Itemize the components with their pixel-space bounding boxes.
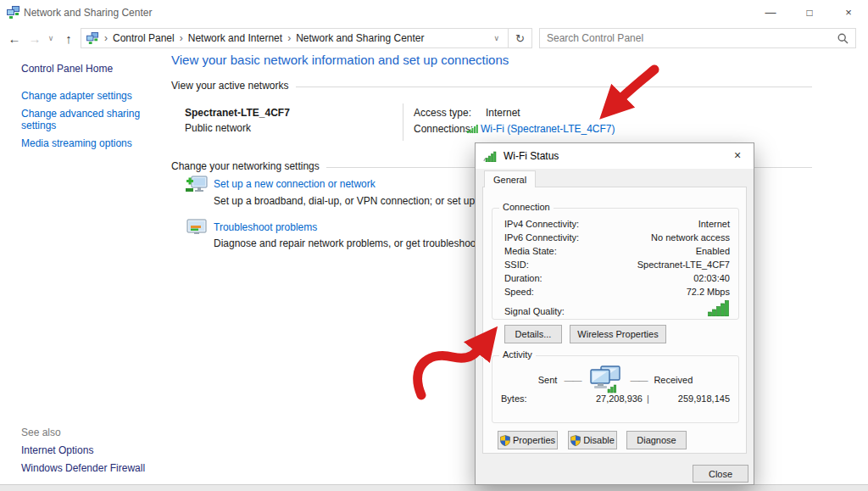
received-label: Received [654,375,693,385]
row-ssid: SSID:Spectranet-LTE_4CF7 [504,258,730,271]
network-type: Public network [185,122,251,134]
minimize-button[interactable]: — [751,0,790,25]
sidebar-item-change-adapter-settings[interactable]: Change adapter settings [21,90,157,102]
properties-button-label: Properties [513,435,555,445]
forward-button[interactable]: → [25,28,44,48]
close-dialog-button-label: Close [709,469,732,479]
up-button[interactable]: ↑ [59,28,78,48]
window-titlebar: Network and Sharing Center — □ × [0,0,868,25]
row-value: Spectranet-LTE_4CF7 [637,258,730,271]
flow-dash: —— [630,375,647,385]
setup-connection-icon [185,175,209,195]
breadcrumb-item-control-panel[interactable]: Control Panel [113,32,175,44]
search-input[interactable]: Search Control Panel [539,28,856,48]
row-value: Internet [698,217,730,231]
breadcrumb-separator: › [282,32,296,44]
connection-groupbox: Connection IPv4 Connectivity:Internet IP… [492,208,739,320]
uac-shield-icon [570,435,581,446]
sent-label: Sent [538,375,558,385]
close-dialog-button[interactable]: Close [693,465,748,483]
breadcrumb[interactable]: › Control Panel › Network and Internet ›… [81,28,509,48]
wifi-signal-icon [467,125,478,133]
breadcrumb-item-network-and-sharing-center[interactable]: Network and Sharing Center [296,32,424,44]
breadcrumb-item-network-and-internet[interactable]: Network and Internet [188,32,282,44]
window-bottom-edge [0,484,868,491]
computer-activity-icon [587,365,623,394]
row-label: SSID: [504,258,529,271]
active-networks-label: View your active networks [171,80,289,92]
bytes-label: Bytes: [501,393,527,404]
connections-label: Connections: [414,123,473,135]
details-button-label: Details... [515,329,552,339]
uac-shield-icon [500,435,510,446]
signal-quality-label: Signal Quality: [504,306,565,316]
sidebar-item-change-advanced-sharing-settings[interactable]: Change advanced sharing settings [21,108,157,131]
row-speed: Speed:72.2 Mbps [504,285,730,299]
dialog-title: Wi-Fi Status [504,150,559,162]
wifi-connection-link[interactable]: Wi-Fi (Spectranet-LTE_4CF7) [481,123,615,135]
bytes-sent-value: 27,208,936 [543,393,643,404]
signal-quality-bars-icon [708,300,730,316]
window-title: Network and Sharing Center [24,7,152,19]
activity-flow: Sent —— —— Received [492,365,738,394]
page-title: View your basic network information and … [171,53,509,67]
details-button[interactable]: Details... [504,325,562,343]
row-ipv4: IPv4 Connectivity:Internet [504,217,730,231]
wireless-properties-button-label: Wireless Properties [577,329,658,339]
breadcrumb-separator: › [99,32,113,44]
network-column-divider [403,103,403,141]
access-type-label: Access type: [414,107,471,119]
properties-button[interactable]: Properties [498,431,558,449]
tab-general-label: General [493,175,526,185]
dialog-tab-page: Connection IPv4 Connectivity:Internet IP… [482,187,747,454]
row-value: 02:03:40 [693,271,730,285]
row-label: Duration: [504,271,542,285]
wireless-properties-button[interactable]: Wireless Properties [570,325,666,343]
search-icon[interactable] [837,33,849,44]
activity-groupbox: Activity Sent —— —— Received [492,355,739,423]
wifi-status-dialog: Wi-Fi Status × General Connection IPv4 C… [475,142,754,485]
close-button[interactable]: × [829,0,868,25]
row-signal-quality: Signal Quality: [492,299,738,316]
row-label: Media State: [504,244,557,258]
search-placeholder: Search Control Panel [540,32,837,44]
sidebar-item-internet-options[interactable]: Internet Options [21,444,93,456]
back-button[interactable]: ← [5,28,24,48]
activity-group-label: Activity [499,349,536,360]
diagnose-button[interactable]: Diagnose [626,431,687,449]
row-value: No network access [651,231,730,244]
section-divider [296,86,812,87]
troubleshoot-link[interactable]: Troubleshoot problems [214,221,317,233]
wifi-status-icon [483,151,497,162]
network-icon [86,32,99,44]
dialog-close-icon[interactable]: × [723,144,752,166]
bytes-received-value: 259,918,145 [678,393,730,404]
connection-group-label: Connection [499,202,554,212]
setup-connection-link[interactable]: Set up a new connection or network [214,178,376,190]
disable-button[interactable]: Disable [568,431,617,449]
row-duration: Duration:02:03:40 [504,271,730,285]
recent-pages-chevron-icon[interactable]: ∨ [45,31,57,46]
tab-general[interactable]: General [484,170,536,187]
see-also-label: See also [21,427,61,438]
diagnose-button-label: Diagnose [637,435,676,445]
flow-dash: —— [564,375,581,385]
refresh-button[interactable]: ↻ [509,28,532,48]
maximize-button[interactable]: □ [790,0,829,25]
row-value: Enabled [696,244,730,258]
active-networks-section-header: View your active networks [171,80,812,92]
sidebar-item-control-panel-home[interactable]: Control Panel Home [21,63,113,75]
sidebar-item-media-streaming-options[interactable]: Media streaming options [21,137,157,149]
breadcrumb-separator: › [175,32,188,44]
row-value: 72.2 Mbps [687,285,730,299]
row-label: IPv4 Connectivity: [504,217,579,231]
troubleshoot-icon [186,219,207,236]
row-label: IPv6 Connectivity: [504,231,579,244]
network-name: Spectranet-LTE_4CF7 [185,107,290,119]
sidebar-item-windows-defender-firewall[interactable]: Windows Defender Firewall [21,462,145,474]
row-media-state: Media State:Enabled [504,244,730,258]
address-dropdown-chevron-icon[interactable]: ∨ [488,34,504,42]
row-ipv6: IPv6 Connectivity:No network access [504,231,730,244]
dialog-titlebar: Wi-Fi Status × [476,143,754,169]
settings-section-label: Change your networking settings [171,160,320,172]
